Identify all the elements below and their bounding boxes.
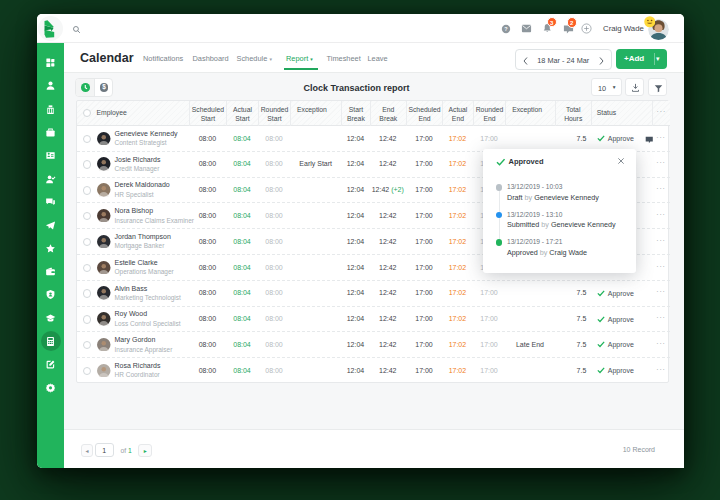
svg-text:?: ? [504, 25, 507, 31]
